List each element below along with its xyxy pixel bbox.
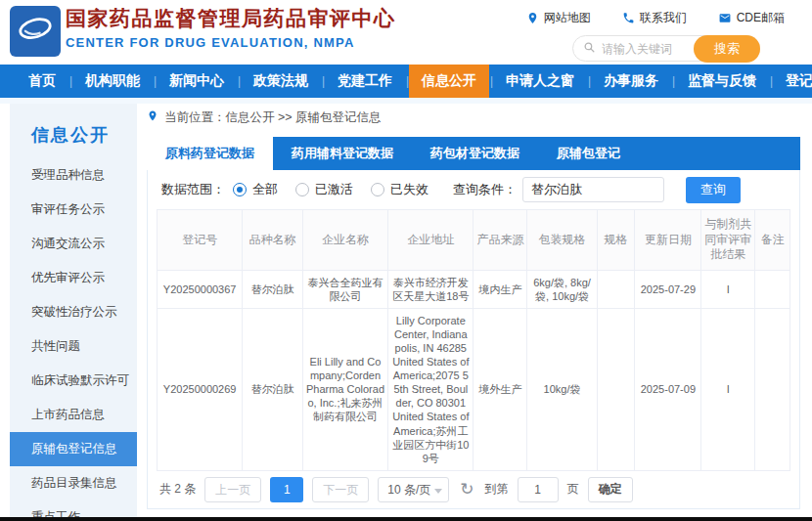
mailbox-link[interactable]: CDE邮箱 (718, 10, 785, 26)
cell-company-name: Eli Lilly and Company;Corden Pharma Colo… (302, 308, 387, 470)
nav-item-services[interactable]: 办事服务 (591, 65, 671, 98)
nav-item-party[interactable]: 党建工作 (325, 65, 405, 98)
goto-page-input[interactable] (518, 477, 559, 502)
sidebar-item-accepted-varieties[interactable]: 受理品种信息 (10, 158, 137, 193)
tab-excipient-registration-data[interactable]: 药用辅料登记数据 (273, 137, 412, 170)
cell-product-source: 境内生产 (474, 270, 527, 308)
pagination: 共 2 条 上一页 1 下一页 10 条/页 ↻ 到第 页 确定 (148, 471, 799, 508)
prev-page-button[interactable]: 上一页 (204, 477, 261, 502)
column-header-joint-review-result: 与制剂共同审评审批结果 (701, 210, 755, 271)
sitemap-link[interactable]: 网站地图 (526, 10, 591, 26)
site-header: 国家药品监督管理局药品审评中心 CENTER FOR DRUG EVALUATI… (0, 0, 812, 65)
sitemap-label: 网站地图 (544, 10, 591, 26)
location-pin-icon (526, 12, 539, 24)
main-content: 当前位置：信息公开 >> 原辅包登记信息 原料药登记数据 药用辅料登记数据 药包… (147, 104, 800, 521)
cell-update-date: 2025-07-29 (635, 270, 701, 308)
radio-expired-label: 已失效 (390, 181, 429, 198)
site-title: 国家药品监督管理局药品审评中心 (66, 6, 396, 31)
breadcrumb-text: 当前位置：信息公开 >> 原辅包登记信息 (164, 109, 382, 126)
nav-item-home[interactable]: 首页 (16, 65, 68, 98)
sidebar-item-common-issues[interactable]: 共性问题 (10, 329, 137, 364)
cell-joint-review-result: I (701, 270, 755, 308)
location-pin-icon (147, 109, 158, 125)
sidebar-item-breakthrough-therapy[interactable]: 突破性治疗公示 (10, 295, 137, 329)
radio-expired-indicator (371, 183, 384, 196)
table-row: Y20250000367 替尔泊肽 泰兴合全药业有限公司 泰兴市经济开发区天星大… (158, 270, 790, 308)
cell-spec (597, 308, 635, 470)
sidebar-item-excipient-registration[interactable]: 原辅包登记信息 (10, 432, 137, 466)
nav-item-registration-platform[interactable]: 登记备案平台 (773, 65, 812, 98)
tab-api-registration-data[interactable]: 原料药登记数据 (147, 137, 273, 170)
nav-item-info-disclosure[interactable]: 信息公开 (409, 65, 489, 98)
page-size-value: 10 条/页 (387, 483, 430, 497)
sidebar-title: 信息公开 (10, 104, 137, 158)
nav-item-applicant-window[interactable]: 申请人之窗 (493, 65, 587, 98)
sidebar-item-review-tasks[interactable]: 审评任务公示 (10, 193, 137, 227)
contact-link[interactable]: 联系我们 (622, 10, 687, 26)
radio-all[interactable]: 全部 (233, 181, 278, 198)
sidebar-item-priority-review[interactable]: 优先审评公示 (10, 261, 137, 295)
cell-spec (597, 270, 635, 308)
filter-row: 数据范围： 全部 已激活 已失效 查询条件： (148, 170, 799, 209)
page-size-select[interactable]: 10 条/页 (378, 477, 449, 502)
mailbox-label: CDE邮箱 (737, 10, 785, 26)
column-header-spec: 规格 (597, 210, 635, 271)
page-1-button[interactable]: 1 (270, 477, 303, 502)
page-unit-label: 页 (567, 481, 579, 498)
main-nav: 首页 机构职能 新闻中心 政策法规 党建工作 信息公开 申请人之窗 办事服务 监… (0, 65, 812, 98)
cell-packaging-spec: 10kg/袋 (527, 308, 597, 470)
registration-table: 登记号 品种名称 企业名称 企业地址 产品来源 包装规格 规格 更新日期 与制剂… (157, 209, 790, 471)
cell-packaging-spec: 6kg/袋, 8kg/袋, 10kg/袋 (527, 270, 597, 308)
envelope-icon (718, 12, 732, 24)
radio-expired[interactable]: 已失效 (371, 181, 429, 198)
tab-bar: 原料药登记数据 药用辅料登记数据 药包材登记数据 原辅包登记 (147, 137, 800, 170)
sidebar-item-communication[interactable]: 沟通交流公示 (10, 227, 137, 261)
cell-product-source: 境外生产 (474, 308, 527, 470)
column-header-company-name: 企业名称 (302, 210, 387, 271)
cell-company-address: Lilly Corporate Center, Indianapolis, IN… (388, 308, 474, 470)
query-button[interactable]: 查询 (686, 177, 741, 203)
query-condition-label: 查询条件： (453, 181, 517, 198)
query-input[interactable] (522, 177, 664, 202)
cell-variety-name: 替尔泊肽 (243, 308, 302, 470)
site-search: 搜索 (572, 35, 760, 62)
tab-packaging-registration-data[interactable]: 药包材登记数据 (412, 137, 538, 170)
site-title-block: 国家药品监督管理局药品审评中心 CENTER FOR DRUG EVALUATI… (66, 6, 396, 50)
table-header-row: 登记号 品种名称 企业名称 企业地址 产品来源 包装规格 规格 更新日期 与制剂… (158, 210, 790, 271)
refresh-icon[interactable]: ↻ (460, 481, 474, 498)
column-header-product-source: 产品来源 (474, 210, 527, 271)
column-header-remark: 备注 (755, 210, 790, 271)
radio-all-indicator (233, 183, 247, 196)
next-page-button[interactable]: 下一页 (312, 477, 369, 502)
sidebar-item-marketed-drugs[interactable]: 上市药品信息 (10, 398, 137, 432)
page: 国家药品监督管理局药品审评中心 CENTER FOR DRUG EVALUATI… (0, 0, 812, 521)
scope-radio-group: 全部 已激活 已失效 (233, 181, 429, 198)
radio-all-label: 全部 (252, 181, 278, 198)
sidebar: 信息公开 受理品种信息 审评任务公示 沟通交流公示 优先审评公示 突破性治疗公示… (10, 104, 137, 517)
column-header-registration-no: 登记号 (158, 210, 243, 271)
utility-links: 网站地图 联系我们 CDE邮箱 (526, 10, 785, 26)
cell-remark (755, 308, 790, 470)
column-header-company-address: 企业地址 (388, 210, 474, 271)
breadcrumb: 当前位置：信息公开 >> 原辅包登记信息 (147, 104, 800, 131)
cde-swirl-icon (14, 8, 57, 55)
bottom-edge-bar (0, 517, 812, 521)
nav-item-news[interactable]: 新闻中心 (157, 65, 237, 98)
confirm-button[interactable]: 确定 (588, 477, 633, 502)
tab-raw-aux-pack-registration[interactable]: 原辅包登记 (538, 137, 639, 170)
nav-item-policies[interactable]: 政策法规 (241, 65, 321, 98)
cde-logo[interactable] (10, 6, 61, 57)
table-row: Y20250000269 替尔泊肽 Eli Lilly and Company;… (158, 308, 790, 470)
site-subtitle: CENTER FOR DRUG EVALUATION, NMPA (66, 35, 396, 50)
radio-activated[interactable]: 已激活 (295, 181, 353, 198)
cell-company-address: 泰兴市经济开发区天星大道18号 (388, 270, 474, 308)
sidebar-item-clinical-trial-license[interactable]: 临床试验默示许可 (10, 364, 137, 398)
search-button[interactable]: 搜索 (694, 35, 760, 63)
radio-activated-indicator (295, 183, 309, 196)
nav-item-functions[interactable]: 机构职能 (72, 65, 153, 98)
cell-registration-no: Y20250000269 (158, 308, 243, 470)
nav-item-supervision[interactable]: 监督与反馈 (675, 65, 769, 98)
magnifier-icon (583, 40, 596, 58)
sidebar-item-drug-catalog[interactable]: 药品目录集信息 (10, 466, 137, 500)
chevron-down-icon (434, 489, 442, 494)
